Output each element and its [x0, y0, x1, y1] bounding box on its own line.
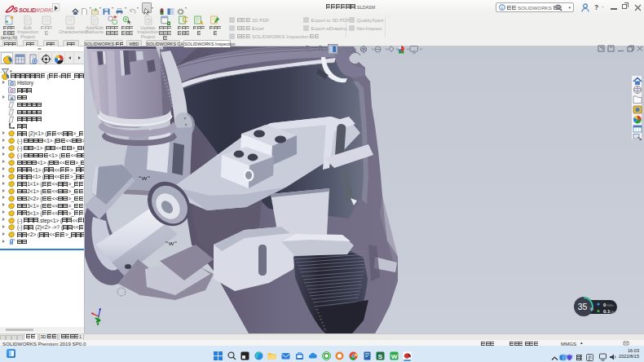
svg-text:35: 35 — [578, 302, 588, 311]
svg-text:WORKS: WORKS — [34, 7, 53, 14]
svg-text:%: % — [590, 307, 594, 311]
svg-text:S: S — [378, 353, 383, 360]
svg-text:SOLID: SOLID — [19, 7, 36, 14]
svg-text:S: S — [13, 6, 18, 14]
svg-text:KB/s: KB/s — [607, 303, 614, 307]
svg-text:KB/s: KB/s — [609, 310, 615, 314]
svg-text:A: A — [10, 96, 13, 101]
svg-text:W: W — [391, 353, 398, 360]
